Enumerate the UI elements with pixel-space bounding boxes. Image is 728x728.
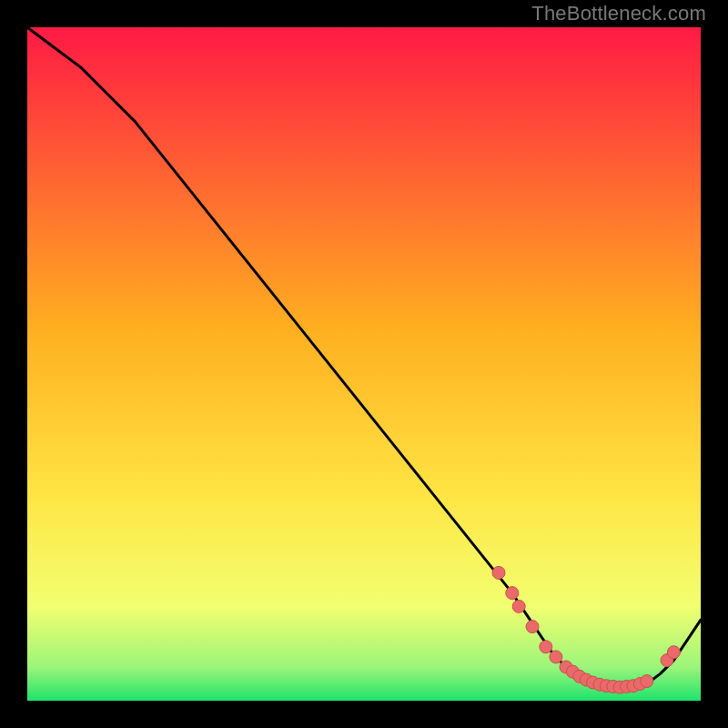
data-marker <box>641 675 653 688</box>
watermark-text: TheBottleneck.com <box>531 2 706 25</box>
data-marker <box>492 566 505 579</box>
chart-frame <box>18 18 710 710</box>
bottleneck-chart <box>27 27 701 701</box>
data-marker <box>667 646 680 659</box>
data-marker <box>526 621 539 633</box>
data-marker <box>540 641 552 653</box>
gradient-background <box>27 27 701 701</box>
data-marker <box>506 587 519 600</box>
data-marker <box>550 651 562 663</box>
data-marker <box>512 600 525 612</box>
